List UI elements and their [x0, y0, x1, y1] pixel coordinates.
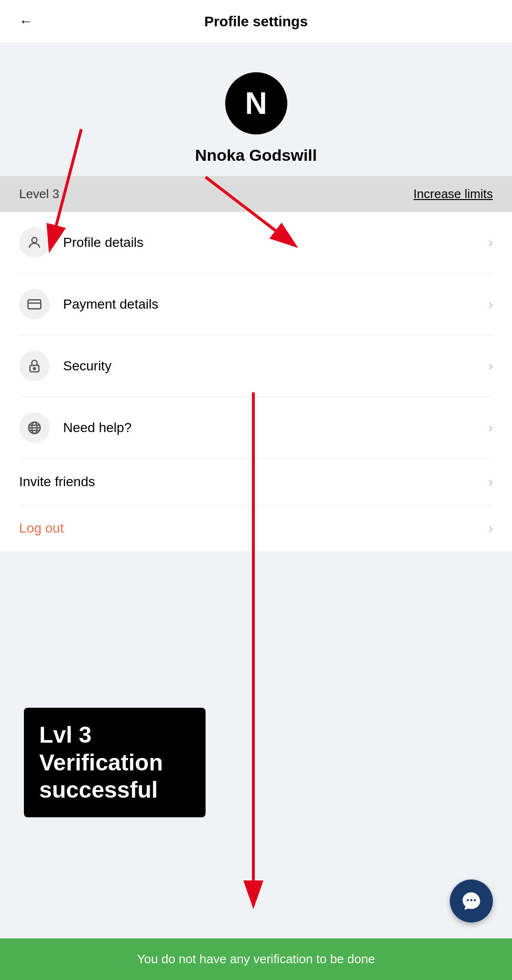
svg-point-4 — [33, 368, 35, 369]
chevron-icon-profile: › — [489, 235, 493, 250]
payment-details-label: Payment details — [63, 297, 489, 312]
bottom-banner: You do not have any verification to be d… — [0, 938, 512, 980]
svg-rect-1 — [28, 300, 41, 309]
avatar: N — [225, 72, 287, 134]
chat-icon — [461, 891, 482, 912]
header: ← Profile settings — [0, 0, 512, 44]
level-text: Level 3 — [19, 187, 59, 201]
page-title: Profile settings — [204, 13, 308, 30]
svg-point-18 — [474, 899, 476, 901]
help-icon-wrap — [19, 412, 50, 443]
card-icon — [27, 297, 42, 312]
avatar-letter: N — [245, 86, 267, 121]
chevron-icon-help: › — [489, 420, 493, 435]
menu-item-security[interactable]: Security › — [19, 335, 493, 397]
person-icon — [27, 235, 42, 250]
annotation-text: Lvl 3 Verification successful — [39, 722, 163, 802]
profile-details-label: Profile details — [63, 235, 489, 250]
menu-item-need-help[interactable]: Need help? › — [19, 397, 493, 459]
profile-icon-wrap — [19, 227, 50, 258]
logout-label: Log out — [19, 521, 489, 536]
svg-point-0 — [32, 237, 37, 243]
chevron-icon-security: › — [489, 358, 493, 374]
lock-icon — [27, 358, 42, 374]
menu-item-logout[interactable]: Log out › — [19, 505, 493, 551]
back-button[interactable]: ← — [19, 14, 33, 29]
globe-icon — [27, 420, 42, 435]
menu-item-invite-friends[interactable]: Invite friends › — [19, 459, 493, 505]
level-bar: Level 3 Increase limits — [0, 176, 512, 212]
invite-friends-label: Invite friends — [19, 474, 489, 490]
annotation-box: Lvl 3 Verification successful — [24, 708, 206, 817]
increase-limits-link[interactable]: Increase limits — [414, 187, 493, 201]
chevron-icon-logout: › — [489, 521, 493, 536]
menu-item-profile-details[interactable]: Profile details › — [19, 212, 493, 274]
payment-icon-wrap — [19, 289, 50, 320]
chevron-icon-payment: › — [489, 297, 493, 312]
menu-section: Profile details › Payment details › Secu… — [0, 212, 512, 551]
chevron-icon-invite: › — [489, 474, 493, 490]
bottom-banner-text: You do not have any verification to be d… — [137, 952, 375, 966]
profile-name: Nnoka Godswill — [195, 146, 317, 165]
svg-point-16 — [467, 899, 468, 901]
security-icon-wrap — [19, 351, 50, 381]
profile-section: N Nnoka Godswill — [0, 44, 512, 176]
chat-button[interactable] — [450, 880, 493, 923]
need-help-label: Need help? — [63, 420, 489, 435]
svg-point-17 — [470, 899, 472, 901]
menu-item-payment-details[interactable]: Payment details › — [19, 274, 493, 335]
security-label: Security — [63, 358, 489, 374]
